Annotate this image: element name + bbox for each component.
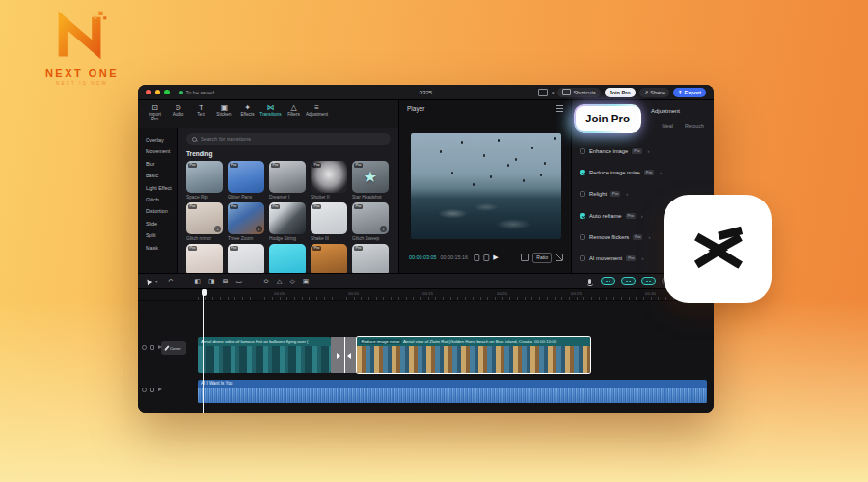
transition-item[interactable]: Pro ↓ Glitch mirror	[186, 202, 223, 241]
chevron-down-icon[interactable]: ▾	[155, 279, 158, 284]
chevron-down-icon[interactable]: ▾	[552, 90, 555, 95]
transition-thumbnail[interactable]: Pro	[186, 244, 223, 273]
split-left-icon[interactable]: ◧	[194, 278, 201, 284]
transition-thumbnail[interactable]: Pro	[228, 161, 264, 193]
transition-thumbnail[interactable]: Pro ↓	[352, 202, 389, 234]
player-menu-icon[interactable]	[556, 105, 563, 112]
video-clip-balloons[interactable]: Aerial drone video of famous Hot air bal…	[198, 337, 331, 373]
download-icon[interactable]: ↓	[214, 226, 221, 232]
transition-thumbnail[interactable]: Pro	[311, 202, 347, 234]
display-icon[interactable]	[538, 89, 548, 96]
fullscreen-icon[interactable]	[556, 254, 563, 261]
sidebar-item-distortion[interactable]: Distortion	[146, 208, 177, 214]
sidebar-item-split[interactable]: Split	[146, 232, 177, 238]
tab-filters[interactable]: △ Filters	[283, 103, 305, 117]
video-clip-beach-selected[interactable]: Reduce image noise Aerial view of Zlatni…	[357, 337, 590, 373]
fit-screen-icon[interactable]	[521, 254, 529, 261]
transition-item[interactable]: Pro Dreamer I	[269, 161, 306, 200]
toggle-reduce-image-noise[interactable]: Reduce image noise Pro ›	[580, 166, 708, 178]
transition-thumbnail[interactable]: Pro	[352, 244, 389, 273]
transition-thumbnail[interactable]: Pro	[311, 244, 347, 273]
transition-item[interactable]: Pro Shutter II	[311, 161, 347, 200]
transition-item[interactable]: Pro Space Flip	[186, 161, 223, 200]
transition-thumbnail[interactable]: Pro	[269, 202, 306, 234]
transition-item[interactable]: Pro ★ Star Headshot	[352, 161, 389, 200]
tab-effects[interactable]: ✦ Effects	[236, 103, 258, 117]
transition-item[interactable]: Pro Shake III	[311, 202, 347, 241]
transition-item[interactable]: Pro	[186, 244, 223, 273]
sidebar-item-glitch[interactable]: Glitch	[146, 197, 177, 202]
download-icon[interactable]: ↓	[380, 226, 387, 232]
sidebar-item-slide[interactable]: Slide	[146, 221, 177, 227]
tab-audio[interactable]: ⊙ Audio	[167, 103, 189, 117]
voiceover-mic-icon[interactable]	[588, 279, 591, 284]
transition-thumbnail[interactable]: Pro ★	[352, 161, 389, 193]
tab-adjustment[interactable]: ≡ Adjustment	[306, 103, 328, 117]
next-frame-icon[interactable]	[483, 254, 489, 261]
mask-icon[interactable]: ▣	[303, 278, 310, 284]
search-input[interactable]: Search for transitions	[186, 133, 391, 145]
toggle-enhance-image[interactable]: Enhance image Pro ›	[580, 145, 708, 157]
cursor-tool-icon[interactable]	[145, 277, 152, 284]
tab-retouch[interactable]: Retouch	[685, 123, 704, 129]
transition-segment[interactable]	[331, 337, 357, 373]
link-toggle[interactable]	[621, 277, 636, 285]
shortcuts-button[interactable]: Shortcuts	[557, 88, 600, 97]
transition-item[interactable]: Pro ↓ Glitch Sweep	[352, 202, 389, 241]
play-button[interactable]: ▶	[493, 254, 498, 261]
hide-track-icon[interactable]	[142, 345, 147, 350]
export-button[interactable]: ↥ Export	[673, 88, 706, 97]
checkbox[interactable]	[580, 148, 585, 154]
sidebar-item-blur[interactable]: Blur	[146, 161, 177, 167]
transition-thumbnail[interactable]: Pro ↓	[228, 202, 264, 234]
timeline-ruler[interactable]: 00:05 00:10 00:15 00:20 00:25 00:30	[138, 289, 714, 301]
transition-item[interactable]: Pro	[228, 244, 264, 273]
cover-button[interactable]: Cover	[161, 341, 186, 355]
tab-transitions[interactable]: ⋈ Transitions	[259, 103, 282, 117]
transition-item[interactable]: Pro Glitter Pans	[228, 161, 264, 200]
video-preview[interactable]	[411, 133, 561, 239]
ratio-button[interactable]: Ratio	[532, 253, 552, 263]
transition-thumbnail[interactable]: Pro	[311, 161, 347, 193]
transition-thumbnail[interactable]: Pro	[228, 244, 264, 273]
tab-text[interactable]: T Text	[190, 103, 212, 117]
mute-track-icon[interactable]	[158, 388, 162, 391]
hide-track-icon[interactable]	[142, 388, 147, 392]
sidebar-item-light-effect[interactable]: Light Effect	[146, 185, 177, 191]
transition-thumbnail[interactable]: Pro	[269, 161, 306, 193]
split-right-icon[interactable]: ◨	[208, 278, 215, 284]
lock-track-icon[interactable]	[150, 345, 155, 350]
share-button[interactable]: ↗ Share	[639, 88, 669, 97]
transition-item[interactable]: Pro	[311, 244, 347, 273]
sidebar-item-mask[interactable]: Mask	[146, 245, 177, 251]
undo-icon[interactable]: ↶	[168, 278, 174, 284]
transition-item[interactable]: Pro	[352, 244, 389, 273]
transition-thumbnail[interactable]	[269, 244, 306, 273]
tab-ideal[interactable]: Ideal	[662, 123, 673, 129]
flip-icon[interactable]: △	[277, 278, 282, 284]
checkbox-checked[interactable]	[580, 213, 585, 219]
audio-clip[interactable]: All I Want Is You	[198, 380, 707, 403]
speed-icon[interactable]: ⊙	[263, 278, 269, 284]
tab-stickers[interactable]: ▣ Stickers	[213, 103, 235, 117]
checkbox-checked[interactable]	[580, 170, 585, 175]
preview-toggle[interactable]	[641, 277, 656, 285]
previous-frame-icon[interactable]	[474, 254, 479, 261]
snap-toggle[interactable]	[601, 277, 615, 285]
tab-import[interactable]: ⊡ Import Pro	[144, 103, 166, 122]
transition-thumbnail[interactable]: Pro ↓	[186, 202, 223, 234]
delete-icon[interactable]: ⊠	[223, 278, 229, 284]
checkbox[interactable]	[580, 255, 585, 261]
checkbox[interactable]	[580, 191, 585, 197]
transition-item[interactable]: Pro Hodge String	[269, 202, 306, 241]
transition-thumbnail[interactable]: Pro	[186, 161, 223, 193]
mute-track-icon[interactable]	[158, 345, 162, 349]
download-icon[interactable]: ↓	[256, 226, 262, 232]
playhead[interactable]	[203, 289, 204, 413]
checkbox[interactable]	[580, 234, 585, 240]
transition-item[interactable]: Pro ↓ Three Zoom	[228, 202, 264, 241]
sidebar-item-basic[interactable]: Basic	[146, 173, 177, 178]
transition-item[interactable]	[269, 244, 306, 273]
join-pro-callout[interactable]: Join Pro	[574, 104, 641, 133]
keyframe-icon[interactable]: ◇	[289, 278, 294, 284]
